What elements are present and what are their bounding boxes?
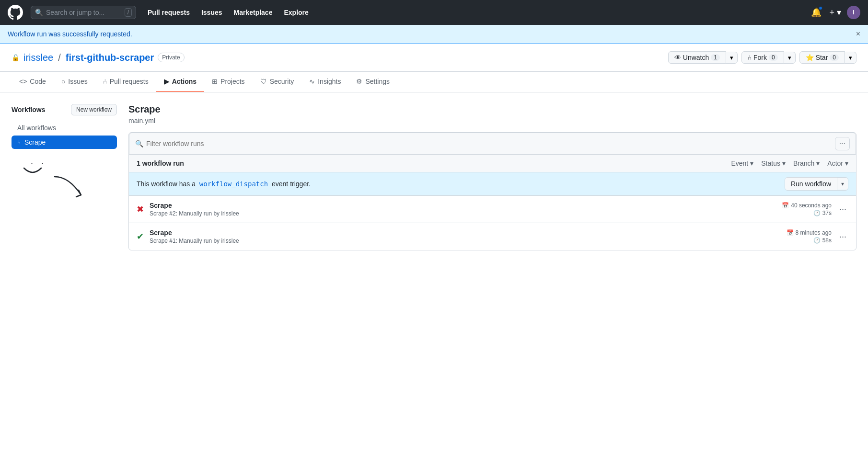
run-name: Scrape	[150, 229, 781, 237]
dispatch-message: This workflow has a workflow_dispatch ev…	[137, 180, 311, 188]
clock-icon: 🕐	[813, 210, 821, 216]
star-label: Star	[816, 54, 828, 61]
workflow-run-count: 1 workflow run	[137, 159, 731, 167]
sidebar-title: Workflows	[12, 106, 46, 113]
nav-marketplace[interactable]: Marketplace	[230, 7, 277, 18]
failure-icon: ✖	[137, 204, 144, 215]
calendar-icon: 📅	[787, 229, 794, 236]
run-duration: 🕐 37s	[813, 210, 832, 216]
eye-icon: 👁	[674, 54, 681, 61]
annotation-frown	[23, 166, 42, 179]
chevron-down-icon: ▾	[845, 159, 848, 167]
star-dropdown[interactable]: ▾	[845, 52, 856, 64]
search-bar[interactable]: 🔍 Search or jump to... /	[31, 6, 136, 19]
navbar: 🔍 Search or jump to... / Pull requests I…	[0, 0, 868, 25]
success-icon: ✔	[137, 231, 144, 242]
star-button[interactable]: ⭐ Star 0	[799, 51, 845, 64]
main-content: Scrape main.yml 🔍 ··· 1 workflow run Eve…	[128, 104, 856, 272]
visibility-badge: Private	[158, 53, 184, 62]
calendar-icon: 📅	[782, 202, 789, 209]
run-workflow-group: Run workflow ▾	[785, 177, 848, 191]
new-workflow-button[interactable]: New workflow	[71, 104, 117, 115]
filter-input[interactable]	[146, 140, 831, 147]
run-info: Scrape Scrape #2: Manually run by irissl…	[150, 202, 776, 217]
run-meta: Scrape #1: Manually run by irisslee	[150, 238, 781, 244]
event-filter-button[interactable]: Event ▾	[731, 159, 753, 167]
fork-icon: ⑃	[748, 54, 752, 61]
banner-close-button[interactable]: ×	[856, 30, 860, 38]
run-info: Scrape Scrape #1: Manually run by irissl…	[150, 229, 781, 244]
filter-bar: 🔍 ···	[129, 133, 856, 155]
run-more-button[interactable]: ···	[837, 203, 848, 216]
run-duration: 🕐 58s	[813, 237, 832, 244]
nav-issues[interactable]: Issues	[197, 7, 226, 18]
sidebar-header: Workflows New workflow	[12, 104, 117, 115]
nav-explore[interactable]: Explore	[280, 7, 312, 18]
chevron-down-icon: ▾	[782, 159, 786, 167]
workflow-title: Scrape	[128, 104, 856, 115]
sidebar-item-scrape[interactable]: ⑃ Scrape	[12, 136, 117, 149]
status-filter-button[interactable]: Status ▾	[761, 159, 786, 167]
run-more-button[interactable]: ···	[837, 230, 848, 244]
clock-icon: 🕐	[813, 237, 821, 244]
tab-projects[interactable]: ⊞ Projects	[204, 72, 253, 92]
workflow-table-header: 1 workflow run Event ▾ Status ▾ Branch ▾	[129, 155, 856, 172]
pull-requests-icon: ⑃	[103, 78, 107, 85]
avatar[interactable]: I	[847, 6, 860, 19]
tab-actions[interactable]: ▶ Actions	[156, 72, 204, 92]
watch-group: 👁 Unwatch 1 ▾	[668, 51, 738, 64]
create-button[interactable]: + ▾	[827, 5, 843, 20]
repo-actions: 👁 Unwatch 1 ▾ ⑃ Fork 0 ▾ ⭐ Star 0 ▾	[668, 51, 856, 64]
branch-filter-button[interactable]: Branch ▾	[793, 159, 820, 167]
fork-dropdown[interactable]: ▾	[784, 52, 796, 64]
workflow-table: 🔍 ··· 1 workflow run Event ▾ Status ▾	[128, 132, 856, 250]
sidebar-all-workflows[interactable]: All workflows	[12, 121, 117, 135]
repo-header: 🔒 irisslee / first-github-scraper Privat…	[0, 44, 868, 72]
projects-icon: ⊞	[212, 78, 218, 85]
tab-issues[interactable]: ○ Issues	[54, 72, 95, 92]
security-icon: 🛡	[260, 78, 267, 85]
actor-filter-button[interactable]: Actor ▾	[827, 159, 848, 167]
repo-owner-link[interactable]: irisslee	[23, 52, 53, 63]
notifications-button[interactable]: 🔔	[809, 5, 823, 20]
search-icon: 🔍	[35, 9, 43, 16]
search-filter: 🔍	[135, 140, 831, 147]
table-row[interactable]: ✔ Scrape Scrape #1: Manually run by iris…	[129, 223, 856, 250]
navbar-right: 🔔 + ▾ I	[809, 5, 860, 20]
tab-pull-requests[interactable]: ⑃ Pull requests	[95, 72, 156, 92]
notification-badge	[819, 6, 822, 10]
banner-message: Workflow run was successfully requested.	[8, 30, 132, 38]
run-time-ago: 📅 40 seconds ago	[782, 202, 832, 209]
filter-more-button[interactable]: ···	[835, 137, 850, 150]
fork-button[interactable]: ⑃ Fork 0	[741, 51, 784, 64]
repo-name-link[interactable]: first-github-scraper	[66, 52, 154, 63]
actions-icon: ▶	[164, 78, 169, 85]
table-row[interactable]: ✖ Scrape Scrape #2: Manually run by iris…	[129, 196, 856, 223]
fork-group: ⑃ Fork 0 ▾	[741, 51, 796, 64]
run-name: Scrape	[150, 202, 776, 209]
navbar-links: Pull requests Issues Marketplace Explore	[144, 7, 312, 18]
chevron-down-icon: ▾	[750, 159, 753, 167]
main-layout: Workflows New workflow All workflows ⑃ S…	[0, 92, 868, 284]
tab-settings[interactable]: ⚙ Settings	[348, 72, 397, 92]
star-group: ⭐ Star 0 ▾	[799, 51, 856, 64]
workflow-filters: Event ▾ Status ▾ Branch ▾ Actor ▾	[731, 159, 848, 167]
lock-icon: 🔒	[12, 54, 20, 61]
unwatch-dropdown[interactable]: ▾	[726, 52, 738, 64]
insights-icon: ∿	[309, 78, 315, 85]
run-workflow-dropdown[interactable]: ▾	[837, 178, 848, 190]
filter-search-icon: 🔍	[135, 140, 143, 147]
repo-title: 🔒 irisslee / first-github-scraper Privat…	[12, 52, 185, 63]
run-meta: Scrape #2: Manually run by irisslee	[150, 210, 776, 217]
github-logo[interactable]	[8, 5, 23, 20]
nav-pull-requests[interactable]: Pull requests	[144, 7, 194, 18]
dispatch-code: workflow_dispatch	[197, 180, 270, 188]
unwatch-button[interactable]: 👁 Unwatch 1	[668, 51, 726, 64]
tab-security[interactable]: 🛡 Security	[253, 72, 302, 92]
workflow-icon: ⑃	[17, 139, 21, 146]
run-times: 📅 8 minutes ago 🕐 58s	[787, 229, 832, 244]
tab-insights[interactable]: ∿ Insights	[301, 72, 348, 92]
code-icon: <>	[19, 78, 27, 85]
run-workflow-button[interactable]: Run workflow	[785, 178, 837, 190]
tab-code[interactable]: <> Code	[12, 72, 54, 92]
